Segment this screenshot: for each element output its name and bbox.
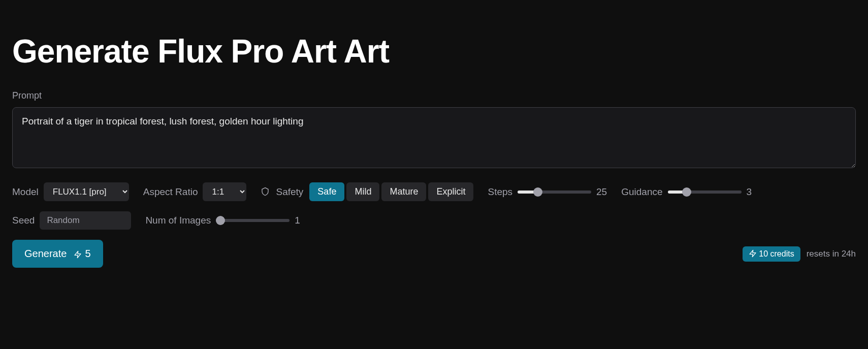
aspect-ratio-select[interactable]: 1:1: [203, 182, 246, 201]
bolt-icon: [74, 249, 82, 259]
page-title: Generate Flux Pro Art Art: [12, 33, 856, 70]
svg-marker-0: [75, 251, 81, 258]
svg-marker-1: [750, 250, 756, 257]
steps-control: Steps 25: [488, 186, 607, 198]
num-images-label: Num of Images: [145, 215, 211, 226]
model-select[interactable]: FLUX1.1 [pro]: [44, 182, 129, 201]
aspect-ratio-control: Aspect Ratio 1:1: [143, 182, 247, 201]
credits-resets: resets in 24h: [807, 249, 856, 259]
seed-label: Seed: [12, 215, 35, 226]
safety-option-explicit[interactable]: Explicit: [428, 182, 473, 201]
generate-label: Generate: [24, 248, 67, 260]
safety-option-mild[interactable]: Mild: [346, 182, 379, 201]
aspect-ratio-label: Aspect Ratio: [143, 186, 198, 198]
guidance-label: Guidance: [621, 186, 662, 198]
num-images-slider[interactable]: [216, 219, 290, 222]
safety-control: Safety Safe Mild Mature Explicit: [261, 182, 473, 201]
generate-cost: 5: [85, 248, 90, 260]
guidance-slider[interactable]: [668, 191, 742, 194]
model-label: Model: [12, 186, 39, 198]
safety-label: Safety: [276, 186, 303, 198]
bolt-icon: [749, 249, 757, 259]
generate-button[interactable]: Generate 5: [12, 240, 103, 268]
credits-badge[interactable]: 10 credits: [743, 246, 800, 262]
credits-badge-text: 10 credits: [759, 249, 794, 259]
num-images-value: 1: [295, 215, 305, 226]
num-images-control: Num of Images 1: [145, 215, 305, 226]
credits-area: 10 credits resets in 24h: [743, 246, 856, 262]
steps-value: 25: [596, 186, 607, 198]
guidance-control: Guidance 3: [621, 186, 756, 198]
steps-slider[interactable]: [518, 191, 591, 194]
prompt-label: Prompt: [12, 90, 856, 101]
safety-option-mature[interactable]: Mature: [381, 182, 426, 201]
seed-input[interactable]: [40, 211, 131, 230]
shield-icon: [261, 187, 270, 197]
guidance-value: 3: [747, 186, 757, 198]
model-control: Model FLUX1.1 [pro]: [12, 182, 129, 201]
safety-option-safe[interactable]: Safe: [309, 182, 344, 201]
steps-label: Steps: [488, 186, 512, 198]
prompt-input[interactable]: [12, 107, 856, 168]
seed-control: Seed: [12, 211, 131, 230]
